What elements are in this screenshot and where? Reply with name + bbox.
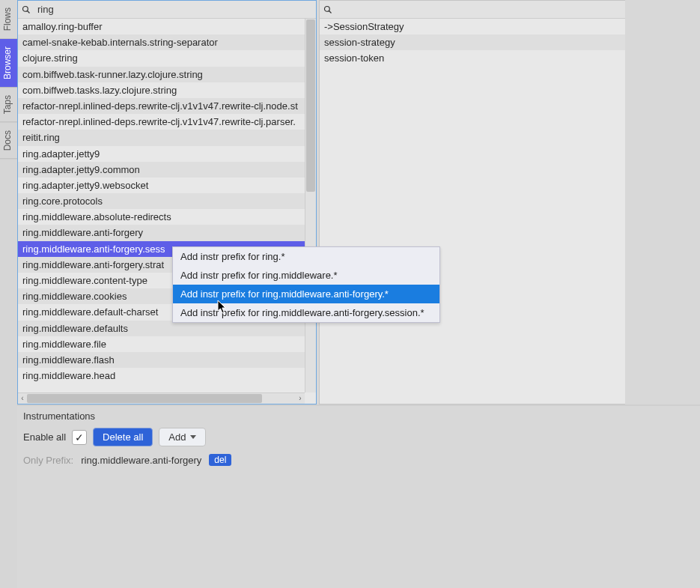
v-scrollbar-thumb[interactable] [306, 19, 315, 192]
list-item[interactable]: refactor-nrepl.inlined-deps.rewrite-clj.… [18, 98, 316, 114]
list-item[interactable]: ring.core.protocols [18, 193, 316, 209]
side-tab-browser[interactable]: Browser [0, 39, 17, 88]
list-item[interactable]: clojure.string [18, 50, 316, 66]
context-menu-item[interactable]: Add instr prefix for ring.middleware.* [173, 266, 439, 285]
instrumentations-toolbar: Enable all Delete all Add [23, 428, 694, 446]
right-gutter [625, 0, 700, 404]
namespaces-panel: amalloy.ring-buffercamel-snake-kebab.int… [17, 0, 317, 404]
h-scrollbar-thumb[interactable] [27, 394, 262, 403]
enable-all-checkbox[interactable] [72, 430, 87, 445]
svg-point-2 [325, 6, 330, 11]
scroll-left-icon[interactable]: ‹ [18, 393, 27, 403]
list-item[interactable]: session-token [320, 50, 625, 66]
app-root: FlowsBrowserTapsDocs amalloy.ring-buffer… [0, 0, 700, 588]
list-item[interactable]: ring.adapter.jetty9.websocket [18, 178, 316, 193]
list-item[interactable]: session-strategy [320, 34, 625, 50]
list-item[interactable]: com.biffweb.tasks.lazy.clojure.string [18, 82, 316, 98]
v-scrollbar[interactable] [305, 19, 316, 392]
chevron-down-icon [190, 435, 196, 439]
svg-line-3 [329, 10, 332, 13]
svg-line-1 [28, 10, 30, 13]
side-tabs: FlowsBrowserTapsDocs [0, 0, 17, 588]
list-item[interactable]: amalloy.ring-buffer [18, 19, 316, 34]
left-search-row [18, 1, 316, 19]
context-menu-item[interactable]: Add instr prefix for ring.* [173, 247, 439, 266]
search-icon [18, 5, 34, 14]
list-item[interactable]: ->SessionStrategy [320, 19, 625, 34]
side-tab-docs[interactable]: Docs [0, 123, 17, 159]
search-icon [320, 5, 336, 14]
context-menu-item[interactable]: Add instr prefix for ring.middleware.ant… [173, 285, 439, 303]
list-item[interactable]: ring.middleware.anti-forgery [18, 225, 316, 240]
list-item[interactable]: refactor-nrepl.inlined-deps.rewrite-clj.… [18, 114, 316, 130]
upper-panels: amalloy.ring-buffercamel-snake-kebab.int… [17, 0, 700, 404]
list-item[interactable]: com.biffweb.task-runner.lazy.clojure.str… [18, 67, 316, 82]
list-item[interactable]: reitit.ring [18, 130, 316, 145]
list-item[interactable]: ring.adapter.jetty9.common [18, 162, 316, 178]
h-scrollbar[interactable]: ‹ › [18, 392, 305, 404]
side-tab-taps[interactable]: Taps [0, 88, 17, 122]
namespaces-list[interactable]: amalloy.ring-buffercamel-snake-kebab.int… [18, 19, 316, 404]
enable-all-label: Enable all [23, 431, 66, 443]
add-button[interactable]: Add [159, 428, 206, 446]
instrumentations-title: Instrumentations [23, 410, 694, 422]
left-search-input[interactable] [34, 1, 316, 18]
delete-all-button[interactable]: Delete all [93, 428, 153, 446]
prefix-row: Only Prefix: ring.middleware.anti-forger… [23, 454, 694, 466]
svg-point-0 [23, 6, 28, 11]
list-item[interactable]: ring.middleware.absolute-redirects [18, 209, 316, 225]
only-prefix-label: Only Prefix: [23, 455, 73, 466]
scroll-right-icon[interactable]: › [296, 393, 305, 403]
list-item[interactable]: ring.adapter.jetty9 [18, 146, 316, 162]
prefix-value: ring.middleware.anti-forgery [81, 455, 201, 466]
del-prefix-button[interactable]: del [209, 454, 231, 466]
right-search-row [320, 1, 625, 19]
add-button-label: Add [168, 431, 186, 443]
vars-panel: ->SessionStrategysession-strategysession… [319, 0, 625, 404]
list-item[interactable]: ring.middleware.file [18, 336, 316, 352]
list-item[interactable]: camel-snake-kebab.internals.string-separ… [18, 34, 316, 50]
vars-list[interactable]: ->SessionStrategysession-strategysession… [320, 19, 625, 404]
context-menu: Add instr prefix for ring.*Add instr pre… [172, 246, 440, 323]
list-item[interactable]: ring.middleware.flash [18, 352, 316, 368]
side-tab-flows[interactable]: Flows [0, 0, 17, 39]
context-menu-item[interactable]: Add instr prefix for ring.middleware.ant… [173, 303, 439, 322]
list-item[interactable]: ring.middleware.head [18, 368, 316, 384]
instrumentations-panel: Instrumentations Enable all Delete all A… [17, 404, 700, 588]
right-search-input[interactable] [336, 1, 625, 18]
